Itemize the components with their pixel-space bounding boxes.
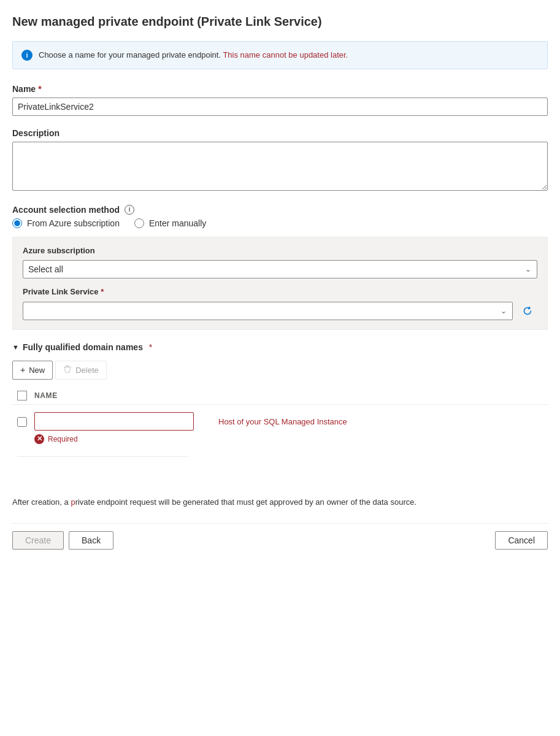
row-hint: Host of your SQL Managed Instance bbox=[218, 416, 347, 426]
account-selection-label: Account selection method i bbox=[12, 205, 548, 215]
radio-from-azure-input[interactable] bbox=[12, 218, 22, 228]
error-icon: ✕ bbox=[34, 434, 44, 444]
table-row: Host of your SQL Managed Instance ✕ Requ… bbox=[17, 410, 543, 447]
new-button[interactable]: + New bbox=[12, 361, 53, 380]
private-link-section: Private Link Service * ⌄ bbox=[23, 287, 537, 321]
private-link-select-wrapper: ⌄ bbox=[23, 302, 513, 320]
fqdn-section-header: ▼ Fully qualified domain names * bbox=[12, 342, 548, 352]
info-banner: i Choose a name for your managed private… bbox=[12, 41, 548, 69]
refresh-button[interactable] bbox=[518, 301, 537, 321]
fqdn-required-star: * bbox=[147, 342, 152, 352]
table-col-name-header: NAME bbox=[34, 391, 58, 400]
radio-group: From Azure subscription Enter manually bbox=[12, 218, 548, 228]
header-checkbox[interactable] bbox=[17, 391, 27, 401]
fqdn-row-input[interactable] bbox=[34, 412, 194, 431]
action-bar-left: Create Back bbox=[12, 531, 113, 550]
name-required-star: * bbox=[38, 84, 41, 94]
back-button[interactable]: Back bbox=[69, 531, 113, 550]
subscription-label: Azure subscription bbox=[23, 246, 537, 255]
cancel-button[interactable]: Cancel bbox=[495, 531, 548, 550]
radio-enter-manually-label: Enter manually bbox=[149, 218, 206, 228]
description-input[interactable] bbox=[12, 142, 548, 191]
name-field-group: Name * bbox=[12, 84, 548, 116]
subscription-select[interactable]: Select all bbox=[23, 260, 537, 278]
trash-icon bbox=[63, 365, 72, 375]
account-selection-group: Account selection method i From Azure su… bbox=[12, 205, 548, 330]
delete-button[interactable]: Delete bbox=[55, 361, 107, 380]
refresh-icon bbox=[522, 305, 533, 316]
new-button-label: New bbox=[29, 366, 45, 375]
subscription-section: Azure subscription Select all ⌄ Private … bbox=[12, 237, 548, 330]
private-link-select[interactable] bbox=[23, 302, 513, 320]
subscription-select-wrapper: Select all ⌄ bbox=[23, 260, 537, 278]
required-error: ✕ Required bbox=[34, 434, 543, 444]
info-icon: i bbox=[21, 50, 33, 61]
info-banner-text: Choose a name for your managed private e… bbox=[39, 49, 348, 61]
plus-icon: + bbox=[20, 365, 25, 375]
radio-enter-manually[interactable]: Enter manually bbox=[134, 218, 206, 228]
fqdn-toolbar: + New Delete bbox=[12, 361, 548, 380]
radio-from-azure-label: From Azure subscription bbox=[27, 218, 120, 228]
radio-enter-manually-input[interactable] bbox=[134, 218, 144, 228]
radio-from-azure[interactable]: From Azure subscription bbox=[12, 218, 120, 228]
private-link-select-row: ⌄ bbox=[23, 301, 537, 321]
create-button[interactable]: Create bbox=[12, 531, 64, 550]
account-selection-info-icon[interactable]: i bbox=[125, 205, 134, 215]
collapse-icon[interactable]: ▼ bbox=[12, 343, 19, 351]
description-label: Description bbox=[12, 128, 548, 138]
fqdn-section-title: Fully qualified domain names bbox=[23, 342, 143, 352]
required-error-text: Required bbox=[48, 435, 78, 443]
row-separator bbox=[17, 456, 189, 457]
private-link-required-star: * bbox=[99, 287, 104, 296]
row-checkbox[interactable] bbox=[17, 417, 27, 427]
name-label: Name * bbox=[12, 84, 548, 94]
name-input[interactable] bbox=[12, 98, 548, 116]
fqdn-section: ▼ Fully qualified domain names * + New D… bbox=[12, 342, 548, 472]
table-header: NAME bbox=[12, 387, 548, 405]
private-link-label: Private Link Service * bbox=[23, 287, 537, 296]
page-title: New managed private endpoint (Private Li… bbox=[12, 15, 548, 29]
footer-text: After creation, a private endpoint reque… bbox=[12, 496, 548, 509]
delete-button-label: Delete bbox=[75, 366, 99, 375]
description-field-group: Description bbox=[12, 128, 548, 193]
row-content: Host of your SQL Managed Instance ✕ Requ… bbox=[34, 412, 543, 444]
table-row-container: Host of your SQL Managed Instance ✕ Requ… bbox=[12, 405, 548, 472]
action-bar: Create Back Cancel bbox=[12, 523, 548, 557]
